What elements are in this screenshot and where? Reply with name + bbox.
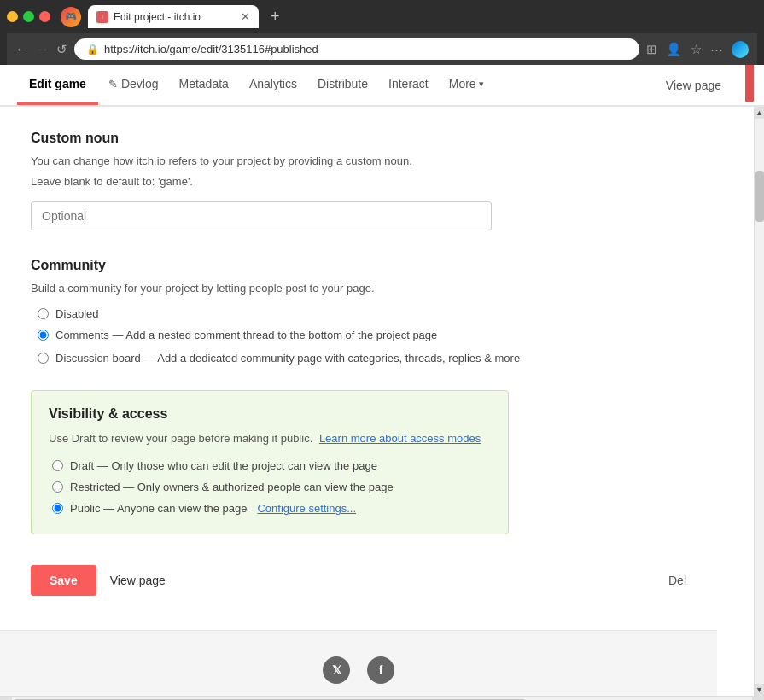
scrollbar-thumb[interactable]: [755, 171, 764, 222]
tab-edit-game[interactable]: Edit game: [17, 65, 98, 105]
visibility-draft-radio[interactable]: [52, 460, 63, 471]
twitter-icon[interactable]: 𝕏: [323, 656, 350, 684]
community-title: Community: [31, 258, 686, 273]
visibility-title: Visibility & access: [49, 406, 491, 422]
tab-interact-label: Interact: [388, 77, 429, 90]
maximize-button[interactable]: [23, 11, 34, 22]
visibility-options: Draft — Only those who can edit the proj…: [52, 459, 491, 515]
community-comments-option[interactable]: Comments — Add a nested comment thread t…: [38, 329, 686, 341]
community-disabled-option[interactable]: Disabled: [38, 307, 686, 320]
visibility-draft-label: Draft — Only those who can edit the proj…: [70, 459, 377, 472]
vertical-scrollbar[interactable]: ▲ ▼: [754, 107, 764, 696]
scrollbar-down-arrow[interactable]: ▼: [755, 684, 764, 696]
tab-metadata-label: Metadata: [179, 77, 229, 90]
reload-button[interactable]: ↺: [56, 42, 67, 57]
visibility-restricted-label: Restricted — Only owners & authorized pe…: [70, 481, 394, 493]
community-discussion-radio[interactable]: [38, 353, 49, 364]
tab-analytics-label: Analytics: [249, 77, 297, 90]
save-button[interactable]: Save: [31, 565, 96, 596]
new-tab-button[interactable]: +: [265, 6, 285, 27]
footer-social: 𝕏 f: [31, 656, 686, 684]
tab-favicon: i: [96, 11, 108, 23]
visibility-draft-option[interactable]: Draft — Only those who can edit the proj…: [52, 459, 491, 472]
close-button[interactable]: [39, 11, 50, 22]
horizontal-scrollbar[interactable]: ◄ ►: [0, 696, 764, 700]
tab-distribute-label: Distribute: [318, 77, 368, 90]
custom-noun-title: Custom noun: [31, 131, 686, 146]
delete-link[interactable]: Del: [668, 574, 686, 587]
community-discussion-label: Discussion board — Add a dedicated commu…: [55, 350, 520, 367]
browser-extensions-icon[interactable]: ⊞: [646, 42, 657, 57]
view-page-link[interactable]: View page: [666, 67, 721, 104]
profile-icon[interactable]: 👤: [666, 42, 682, 57]
minimize-button[interactable]: [7, 11, 18, 22]
visibility-desc: Use Draft to review your page before mak…: [49, 430, 491, 447]
view-page-link-bottom[interactable]: View page: [110, 574, 166, 587]
tab-distribute[interactable]: Distribute: [307, 65, 378, 105]
hscroll-left-arrow[interactable]: ◄: [0, 697, 12, 701]
tab-devlog-label: Devlog: [121, 77, 159, 90]
visibility-section: Visibility & access Use Draft to review …: [31, 390, 686, 534]
site-navigation: Edit game ✎ Devlog Metadata Analytics Di…: [0, 65, 764, 107]
tab-title: Edit project - itch.io: [114, 11, 236, 23]
scrollbar-track[interactable]: [755, 119, 764, 684]
tab-analytics[interactable]: Analytics: [239, 65, 307, 105]
address-bar[interactable]: 🔒 https://itch.io/game/edit/3135116#publ…: [74, 38, 639, 60]
tab-close-icon[interactable]: ✕: [241, 10, 250, 23]
forward-button[interactable]: →: [36, 42, 50, 57]
visibility-public-radio[interactable]: [52, 503, 63, 514]
custom-noun-desc1: You can change how itch.io refers to you…: [31, 153, 686, 170]
tab-more-label: More: [449, 77, 476, 90]
browser-tab[interactable]: i Edit project - itch.io ✕: [88, 5, 259, 28]
tab-more[interactable]: More ▾: [439, 65, 494, 105]
tab-devlog[interactable]: ✎ Devlog: [98, 65, 169, 105]
devlog-icon: ✎: [108, 78, 118, 90]
community-disabled-radio[interactable]: [38, 308, 49, 319]
visibility-restricted-radio[interactable]: [52, 481, 63, 493]
custom-noun-section: Custom noun You can change how itch.io r…: [31, 131, 686, 230]
chevron-down-icon: ▾: [479, 79, 484, 90]
star-icon[interactable]: ☆: [691, 42, 702, 57]
tab-interact[interactable]: Interact: [378, 65, 439, 105]
community-options: Disabled Comments — Add a nested comment…: [38, 307, 686, 367]
scrollbar-up-arrow[interactable]: ▲: [755, 107, 764, 119]
tab-metadata[interactable]: Metadata: [169, 65, 239, 105]
footer: 𝕏 f ABOUT FAQ BLOG CONTACT US Copyright …: [0, 630, 717, 697]
community-section: Community Build a community for your pro…: [31, 258, 686, 366]
community-disabled-label: Disabled: [55, 307, 99, 320]
custom-noun-desc2: Leave blank to default to: 'game'.: [31, 173, 686, 190]
back-button[interactable]: ←: [15, 42, 29, 57]
hscroll-right-arrow[interactable]: ►: [752, 697, 764, 701]
edge-logo: [732, 41, 749, 58]
facebook-icon[interactable]: f: [367, 656, 394, 684]
url-text: https://itch.io/game/edit/3135116#publis…: [104, 43, 318, 55]
visibility-box: Visibility & access Use Draft to review …: [31, 390, 509, 534]
app-logo: 🎮: [61, 7, 81, 27]
community-comments-radio[interactable]: [38, 330, 49, 341]
community-discussion-option[interactable]: Discussion board — Add a dedicated commu…: [38, 350, 686, 367]
more-options-icon[interactable]: ⋯: [710, 42, 723, 57]
lock-icon: 🔒: [86, 44, 99, 55]
main-content-area: Custom noun You can change how itch.io r…: [0, 107, 754, 696]
learn-more-link[interactable]: Learn more about access modes: [319, 432, 481, 445]
configure-settings-link[interactable]: Configure settings...: [257, 502, 356, 515]
visibility-public-label: Public — Anyone can view the page: [70, 502, 247, 515]
custom-noun-input[interactable]: [31, 201, 492, 230]
community-desc: Build a community for your project by le…: [31, 280, 686, 297]
visibility-public-option[interactable]: Public — Anyone can view the page Config…: [52, 502, 491, 515]
red-indicator: [745, 65, 754, 102]
tab-edit-game-label: Edit game: [29, 77, 86, 90]
community-comments-label: Comments — Add a nested comment thread t…: [55, 329, 437, 341]
save-section: Save View page Del: [31, 565, 686, 596]
visibility-restricted-option[interactable]: Restricted — Only owners & authorized pe…: [52, 481, 491, 493]
